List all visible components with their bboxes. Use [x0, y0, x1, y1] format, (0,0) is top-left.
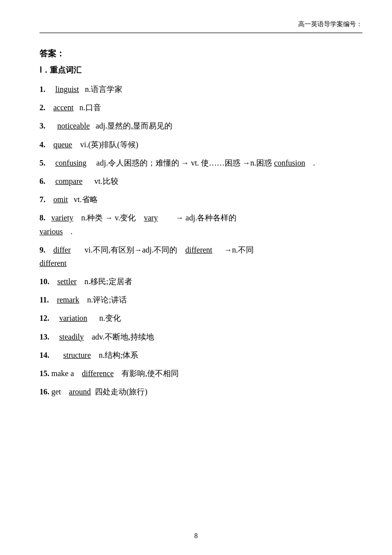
list-item: 9. differ vi.不同,有区别→adj.不同的 different →n…: [39, 243, 362, 270]
item-number: 12.: [39, 314, 49, 322]
item-definition: adj.令人困惑的；难懂的 → vt. 使……困惑 →n.困惑: [88, 159, 272, 167]
item-number: 10.: [39, 277, 49, 286]
item-number: 15.: [39, 369, 49, 378]
list-item: 11. remark n.评论;讲话: [39, 293, 362, 306]
item-definition: adj.显然的,显而易见的: [92, 122, 173, 130]
item-word: structure: [63, 351, 91, 359]
item-definition: n.评论;讲话: [81, 296, 126, 304]
item-definition: n.种类 → v.变化: [75, 213, 142, 222]
item-blank: [47, 159, 53, 167]
item-number: 9.: [39, 246, 45, 254]
header-label: 高一英语导学案编号：: [298, 20, 362, 29]
item-definition: 有影响,使不相同: [116, 369, 179, 378]
item-definition: vt.比较: [84, 177, 118, 185]
list-item: 3. noticeable adj.显然的,显而易见的: [39, 119, 362, 132]
item-word: noticeable: [57, 122, 90, 130]
item-arrow: →n.不同: [214, 246, 254, 254]
item-number: 1.: [39, 85, 45, 93]
item-definition: adv.不断地,持续地: [86, 333, 154, 341]
item-word-2: different: [185, 246, 212, 254]
item-blank: [47, 140, 51, 149]
item-number: 16.: [39, 387, 49, 396]
item-word-2: confusion: [274, 159, 305, 167]
item-number: 6.: [39, 177, 45, 185]
item-word: settler: [57, 277, 77, 286]
item-phrase-start: get: [51, 387, 67, 396]
item-word-2: vary: [144, 213, 157, 222]
item-definition: vi.(英)排队(等候): [74, 140, 138, 149]
vocab-list: 1. linguist n.语言学家 2. accent n.口音 3. not…: [39, 83, 362, 398]
list-item: 6. compare vt.比较: [39, 174, 362, 188]
item-punctuation-2: .: [65, 227, 73, 236]
section-title: Ⅰ．重点词汇: [39, 65, 362, 76]
page-number: 8: [195, 532, 198, 540]
item-definition: n.移民;定居者: [78, 277, 132, 286]
item-definition: n.变化: [89, 314, 121, 322]
item-definition: n.结构;体系: [93, 351, 138, 359]
item-word: compare: [55, 177, 82, 185]
item-number: 4.: [39, 140, 45, 149]
item-definition: n.语言学家: [81, 85, 122, 93]
item-word: omit: [53, 195, 68, 204]
item-word: steadily: [59, 333, 84, 341]
item-number: 14.: [39, 351, 49, 359]
item-blank: [51, 351, 61, 359]
list-item: 5. confusing adj.令人困惑的；难懂的 → vt. 使……困惑 →…: [39, 156, 362, 170]
list-item: 7. omit vt.省略: [39, 193, 362, 206]
item-word: differ: [53, 246, 71, 254]
item-blank: [47, 195, 51, 204]
list-item: 16. get around 四处走动(旅行): [39, 385, 362, 398]
item-phrase-start: make a: [51, 369, 80, 378]
list-item: 13. steadily adv.不断地,持续地: [39, 330, 362, 343]
item-arrow: → adj.各种各样的: [160, 213, 237, 222]
item-word: remark: [57, 296, 79, 304]
item-blank: [51, 314, 57, 322]
item-word: around: [69, 387, 91, 396]
item-word: accent: [53, 103, 74, 112]
item-definition: n.口音: [76, 103, 101, 112]
item-word: linguist: [55, 85, 79, 93]
answer-title: 答案：: [39, 48, 362, 59]
item-definition: vt.省略: [70, 195, 97, 204]
item-blank: [51, 333, 57, 341]
item-blank: [51, 296, 55, 304]
header: 高一英语导学案编号：: [39, 20, 362, 33]
item-blank: [47, 246, 51, 254]
item-number: 8.: [39, 213, 45, 222]
item-number: 11.: [39, 296, 49, 304]
page: 高一英语导学案编号： 答案： Ⅰ．重点词汇 1. linguist n.语言学家…: [0, 0, 392, 555]
list-item: 10. settler n.移民;定居者: [39, 275, 362, 288]
item-blank: [47, 213, 49, 222]
list-item: 4. queue vi.(英)排队(等候): [39, 138, 362, 151]
item-word: variety: [51, 213, 73, 222]
item-number: 2.: [39, 103, 45, 112]
item-word: difference: [82, 369, 114, 378]
item-word: queue: [53, 140, 72, 149]
item-number: 3.: [39, 122, 45, 130]
item-blank: [47, 103, 51, 112]
item-punctuation: .: [307, 159, 315, 167]
item-word: variation: [59, 314, 87, 322]
item-definition: 四处走动(旅行): [93, 387, 148, 396]
item-blank: [51, 277, 55, 286]
list-item: 8. variety n.种类 → v.变化 vary → adj.各种各样的 …: [39, 211, 362, 238]
list-item: 14. structure n.结构;体系: [39, 348, 362, 362]
item-number: 13.: [39, 333, 49, 341]
item-number: 7.: [39, 195, 45, 204]
item-word-3: different: [39, 259, 67, 267]
list-item: 12. variation n.变化: [39, 311, 362, 325]
list-item: 2. accent n.口音: [39, 101, 362, 114]
item-word-3: various: [39, 227, 63, 236]
item-blank: [47, 122, 55, 130]
item-blank: [47, 85, 53, 93]
item-word: confusing: [55, 159, 86, 167]
item-blank: [47, 177, 53, 185]
item-definition: vi.不同,有区别→adj.不同的: [73, 246, 183, 254]
item-number: 5.: [39, 159, 45, 167]
list-item: 15. make a difference 有影响,使不相同: [39, 367, 362, 380]
list-item: 1. linguist n.语言学家: [39, 83, 362, 96]
